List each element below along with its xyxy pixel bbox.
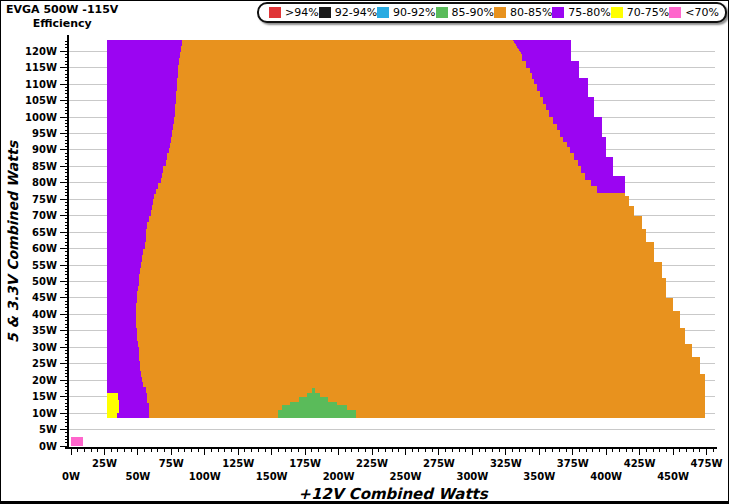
y-tick-label: 55W xyxy=(32,260,57,271)
region-main-orange-area xyxy=(107,40,705,418)
y-tick-label: 30W xyxy=(32,342,57,353)
x-tick-label: 325W xyxy=(490,458,522,469)
y-tick-label: 85W xyxy=(32,161,57,172)
x-tick-label: 375W xyxy=(557,458,589,469)
y-tick-label: 120W xyxy=(25,46,57,57)
x-tick-label: 425W xyxy=(624,458,656,469)
efficiency-chart-window: EVGA 500W -115V Efficiency >94%92-94%90-… xyxy=(0,0,729,504)
plot-area: 0W25W50W75W100W125W150W175W200W225W250W2… xyxy=(1,1,729,504)
x-tick-label: 275W xyxy=(423,458,455,469)
y-tick-label: 20W xyxy=(32,375,57,386)
x-tick-label: 100W xyxy=(189,471,221,482)
region-origin-pink-cell xyxy=(71,437,83,446)
x-tick-label: 75W xyxy=(159,458,184,469)
y-tick-label: 110W xyxy=(25,79,57,90)
y-tick-label: 35W xyxy=(32,325,57,336)
x-tick-label: 25W xyxy=(92,458,117,469)
x-tick-label: 400W xyxy=(590,471,622,482)
x-tick-label: 200W xyxy=(323,471,355,482)
y-tick-label: 40W xyxy=(32,309,57,320)
y-tick-label: 105W xyxy=(25,95,57,106)
y-tick-label: 15W xyxy=(32,391,57,402)
x-tick-label: 250W xyxy=(390,471,422,482)
x-axis-title: +12V Combined Watts xyxy=(71,485,715,503)
x-tick-label: 450W xyxy=(657,471,689,482)
y-tick-label: 90W xyxy=(32,144,57,155)
y-tick-label: 75W xyxy=(32,194,57,205)
x-tick-label: 175W xyxy=(289,458,321,469)
x-tick-label: 350W xyxy=(523,471,555,482)
y-tick-label: 80W xyxy=(32,177,57,188)
y-tick-label: 65W xyxy=(32,227,57,238)
y-tick-label: 115W xyxy=(25,62,57,73)
x-tick-label: 150W xyxy=(256,471,288,482)
y-tick-label: 25W xyxy=(32,358,57,369)
x-tick-label: 225W xyxy=(356,458,388,469)
y-tick-label: 10W xyxy=(32,408,57,419)
y-tick-label: 50W xyxy=(32,276,57,287)
y-tick-label: 5W xyxy=(39,424,57,435)
y-tick-label: 95W xyxy=(32,128,57,139)
y-tick-label: 60W xyxy=(32,243,57,254)
y-tick-label: 70W xyxy=(32,210,57,221)
y-tick-label: 0W xyxy=(39,441,57,452)
x-tick-label: 475W xyxy=(691,458,723,469)
x-tick-label: 50W xyxy=(125,471,150,482)
x-tick-label: 0W xyxy=(62,471,80,482)
x-tick-label: 300W xyxy=(456,471,488,482)
y-tick-label: 45W xyxy=(32,292,57,303)
x-tick-label: 125W xyxy=(222,458,254,469)
y-axis-title: 5 & 3.3V Combined Watts xyxy=(5,122,25,362)
y-tick-label: 100W xyxy=(25,112,57,123)
